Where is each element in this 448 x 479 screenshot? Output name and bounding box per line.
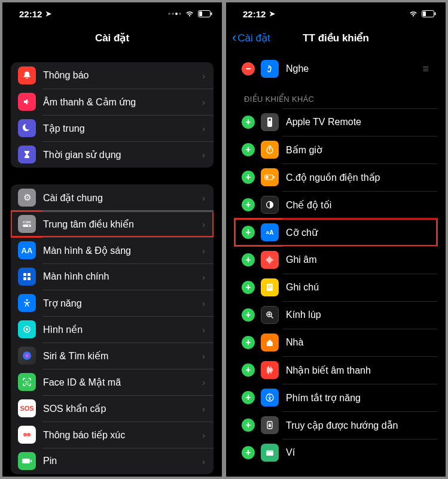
svg-rect-28 — [266, 176, 269, 179]
row-label: SOS khẩn cấp — [43, 403, 202, 414]
svg-rect-23 — [423, 11, 426, 16]
settings-group-2: ⚙ Cài đặt chung › Trung tâm điều khiển ›… — [11, 184, 214, 474]
svg-rect-19 — [22, 459, 30, 463]
cc-row-wallet[interactable]: + Ví — [234, 439, 437, 466]
row-screentime[interactable]: Thời gian sử dụng › — [11, 141, 214, 168]
row-label: Thời gian sử dụng — [43, 149, 202, 160]
settings-group-1: Thông báo › Âm thanh & Cảm ứng › Tập tru… — [11, 62, 214, 168]
add-button[interactable]: + — [242, 419, 255, 432]
cc-row-guided-access[interactable]: + Truy cập được hướng dẫn — [234, 411, 437, 439]
svg-point-34 — [269, 395, 270, 396]
cc-row-hearing[interactable]: − Nghe ≡ — [234, 55, 437, 83]
chevron-right-icon: › — [202, 351, 205, 361]
cc-label: Cỡ chữ — [286, 227, 437, 238]
row-accessibility[interactable]: Trợ năng › — [11, 290, 214, 316]
gear-icon: ⚙ — [18, 189, 36, 207]
hourglass-icon — [18, 145, 36, 163]
cc-row-home[interactable]: + Nhà — [234, 329, 437, 356]
svg-point-15 — [25, 381, 26, 382]
status-bar: 22:12 ➤ — [226, 2, 446, 25]
chevron-right-icon: › — [202, 272, 205, 282]
sound-recognition-icon — [261, 361, 279, 379]
bell-icon — [18, 66, 36, 84]
add-button[interactable]: + — [242, 143, 255, 156]
add-button[interactable]: + — [242, 116, 255, 129]
cc-row-notes[interactable]: + Ghi chú — [234, 274, 437, 301]
row-label: Âm thanh & Cảm ứng — [43, 96, 202, 108]
notes-icon — [261, 278, 279, 296]
add-button[interactable]: + — [242, 308, 255, 322]
row-battery[interactable]: Pin › — [11, 448, 214, 474]
cc-label: Phím tắt trợ năng — [286, 392, 437, 404]
cc-label: Nhà — [286, 337, 437, 348]
row-wallpaper[interactable]: Hình nền › — [11, 316, 214, 342]
row-label: Màn hình chính — [43, 271, 202, 282]
battery-icon — [422, 10, 436, 17]
location-icon: ➤ — [269, 10, 275, 18]
chevron-right-icon: › — [202, 404, 205, 414]
row-label: Thông báo — [43, 70, 202, 81]
cc-row-lowpower[interactable]: + C.độ nguồn điện thấp — [234, 163, 437, 191]
drag-handle-icon[interactable]: ≡ — [422, 63, 428, 75]
cc-row-text-size[interactable]: + AA Cỡ chữ — [234, 219, 437, 246]
cc-label: Nhận biết âm thanh — [286, 365, 437, 376]
wallpaper-icon — [18, 320, 36, 338]
back-button[interactable]: ‹ Cài đặt — [232, 30, 270, 46]
row-focus[interactable]: Tập trung › — [11, 115, 214, 141]
row-control-center[interactable]: Trung tâm điều khiển › — [11, 211, 214, 237]
row-display[interactable]: AA Màn hình & Độ sáng › — [11, 237, 214, 263]
cc-label: Bấm giờ — [286, 144, 437, 156]
row-faceid[interactable]: Face ID & Mật mã › — [11, 369, 214, 395]
cc-row-voice-memo[interactable]: + Ghi âm — [234, 246, 437, 274]
wallet-icon — [261, 444, 279, 462]
row-siri[interactable]: Siri & Tìm kiếm › — [11, 342, 214, 369]
svg-rect-29 — [273, 176, 275, 178]
row-sos[interactable]: SOS SOS khẩn cấp › — [11, 395, 214, 422]
row-exposure[interactable]: Thông báo tiếp xúc › — [11, 422, 214, 448]
wifi-icon — [185, 10, 194, 17]
chevron-right-icon: › — [202, 377, 205, 387]
add-button[interactable]: + — [242, 363, 255, 377]
add-button[interactable]: + — [242, 198, 255, 211]
text-size-icon: AA — [18, 241, 36, 259]
cc-label: Nghe — [286, 63, 422, 74]
control-center-icon — [18, 215, 36, 233]
row-general[interactable]: ⚙ Cài đặt chung › — [11, 184, 214, 211]
cc-row-darkmode[interactable]: + Chế độ tối — [234, 191, 437, 219]
chevron-right-icon: › — [202, 430, 205, 440]
page-title: TT điều khiển — [303, 32, 369, 44]
cc-row-timer[interactable]: + Bấm giờ — [234, 136, 437, 163]
chevron-right-icon: › — [202, 325, 205, 335]
chevron-left-icon: ‹ — [232, 30, 236, 46]
remove-button[interactable]: − — [242, 62, 255, 75]
cc-row-apple-tv[interactable]: + Apple TV Remote — [234, 108, 437, 136]
sos-icon: SOS — [18, 399, 36, 417]
add-button[interactable]: + — [242, 446, 255, 459]
cc-row-accessibility-shortcut[interactable]: + Phím tắt trợ năng — [234, 384, 437, 411]
status-bar: 22:12 ➤ — [2, 2, 222, 25]
add-button[interactable]: + — [242, 171, 255, 184]
darkmode-icon — [261, 196, 279, 214]
row-homescreen[interactable]: Màn hình chính › — [11, 263, 214, 290]
row-notifications[interactable]: Thông báo › — [11, 62, 214, 89]
faceid-icon — [18, 373, 36, 391]
add-button[interactable]: + — [242, 281, 255, 294]
cc-row-magnifier[interactable]: + Kính lúp — [234, 301, 437, 329]
add-button[interactable]: + — [242, 253, 255, 266]
add-button[interactable]: + — [242, 336, 255, 349]
svg-point-17 — [23, 433, 27, 436]
svg-rect-38 — [266, 450, 273, 452]
sound-icon — [18, 93, 36, 111]
cc-row-sound-recognition[interactable]: + Nhận biết âm thanh — [234, 356, 437, 384]
add-button[interactable]: + — [242, 391, 255, 404]
section-header-more: ĐIỀU KHIỂN KHÁC — [234, 83, 437, 108]
row-label: Trợ năng — [43, 298, 202, 309]
add-button[interactable]: + — [242, 226, 255, 239]
remote-icon — [261, 113, 279, 131]
chevron-right-icon: › — [202, 150, 205, 160]
timer-icon — [261, 141, 279, 159]
chevron-right-icon: › — [202, 456, 205, 466]
svg-point-6 — [28, 225, 30, 227]
row-sounds[interactable]: Âm thanh & Cảm ứng › — [11, 89, 214, 115]
svg-point-5 — [25, 222, 26, 223]
